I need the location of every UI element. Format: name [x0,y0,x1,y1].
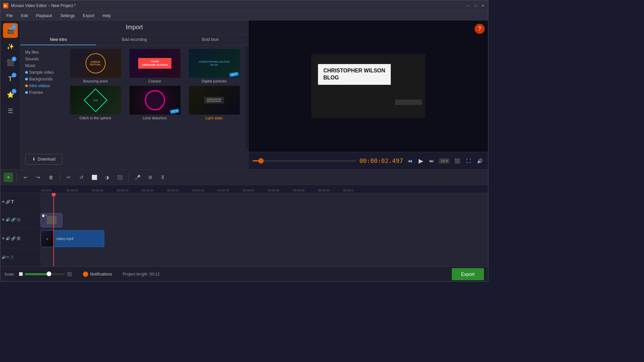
playhead-video [53,229,54,248]
nav-sounds[interactable]: Sounds [23,56,61,62]
help-button[interactable]: ? [475,24,485,34]
label-digital-particles: Digital particles [202,79,227,83]
transitions-badge: ! [12,57,16,61]
tool-list[interactable]: ☰ [3,104,18,118]
volume-icon[interactable]: 🔊 [476,157,484,165]
preview-video: CHRISTOPHER WILSONBLOG [311,54,425,118]
track-link-video[interactable]: 🔗 [11,236,16,241]
status-bar: Scale: ⬜ ⬛ Notifications Project length:… [0,266,488,281]
ruler-mark-35: 00:00:35 [217,189,242,192]
add-track-button[interactable]: + [4,173,13,182]
grid-item-cracker[interactable]: YOURAWESOME SLOGAN Cracker [127,49,183,83]
track-cut-audio[interactable]: ✂ [6,255,9,259]
track-mute-overlay[interactable]: 🔊 [6,218,10,222]
download-button[interactable]: ⬇ Download [25,154,62,165]
import-title: Import [20,20,248,35]
track-link-text[interactable]: 🔗 [6,200,10,204]
nav-music[interactable]: Music [23,62,61,69]
timeline-tracks: 00:00:0 00:00:05 00:00:10 00:00:15 00:00… [0,185,488,266]
fullscreen-icon[interactable]: ⛶ [465,157,472,165]
thumb-lens-distortion: NEW [129,86,180,115]
ruler-mark-10: 00:00:10 [91,189,116,192]
import-scrollbar[interactable] [246,46,248,149]
tab-new-intro[interactable]: New intro [20,35,96,45]
track-link-overlay[interactable]: 🔗 [11,218,16,222]
track-mute-video[interactable]: 🔊 [6,236,10,241]
grid-item-digital-particles[interactable]: CHRISTOPHER WILSONBLOG NEW Digital parti… [186,49,242,83]
track-type-audio: 🎵 [10,255,14,259]
export-button[interactable]: Export [452,268,484,280]
clip-video[interactable]: ▶ video.mp4 [41,230,104,247]
grid-item-light-static[interactable]: CHRISTOPHERWILSON BLOG Light static [186,86,242,120]
notifications-button[interactable]: Notifications [83,272,112,277]
tab-bad-recording[interactable]: Bad recording [96,35,172,45]
track-eye-text[interactable]: 👁 [2,200,5,204]
nav-intro-videos[interactable]: Intro videos [23,82,61,89]
track-eye-audio[interactable]: 🔊 [2,255,6,259]
settings-button[interactable]: ⚙ [145,172,156,183]
track-controls-text: 👁 🔗 T [0,198,41,206]
menu-help[interactable]: Help [99,12,114,19]
list-icon: ☰ [8,107,13,115]
skip-back-button[interactable]: ⏮ [407,157,414,165]
track-eye-overlay[interactable]: 👁 [2,218,5,222]
undo-button[interactable]: ↩ [20,172,31,183]
clip-intro[interactable]: 📋✏ [41,213,62,227]
left-toolbar: 🎬 ! ✨ ⬛ ! T ! ⭐ ! ☰ [0,20,20,169]
tool-text[interactable]: T ! [3,71,18,86]
ruler-mark-50: 00:00:50 [292,189,317,192]
track-controls-audio: 🔊 ✂ 🎵 [0,254,41,261]
menu-edit[interactable]: Edit [17,12,31,19]
scale-label: Scale: [4,272,15,276]
track-eye-video[interactable]: 👁 [2,237,5,240]
notifications-icon [84,273,87,276]
grid-item-bouncing-point[interactable]: CHEESEFESTIVAL Bouncing point [67,49,123,83]
color-button[interactable]: ◑ [102,172,112,183]
menu-settings[interactable]: Settings [57,12,78,19]
scale-fill [25,273,49,275]
ruler-mark-45: 00:00:45 [267,189,292,192]
nav-my-files[interactable]: My files [23,49,61,56]
progress-track[interactable] [253,160,356,162]
grid-item-lens-distortion[interactable]: NEW Lens distortion [127,86,183,120]
menu-export[interactable]: Export [79,12,98,19]
menu-bar: File Edit Playback Settings Export Help [0,11,488,20]
redo-button[interactable]: ↪ [33,172,44,183]
track-type-overlay: ⬛ [16,218,20,222]
nav-frames[interactable]: Frames [23,89,61,96]
tab-bold-blue[interactable]: Bold blue [172,35,248,45]
preview-blog-title: CHRISTOPHER WILSONBLOG [323,67,385,81]
expand-icon[interactable]: ⬛ [453,157,462,165]
grid-item-glitch-sphere[interactable]: CW Glitch in the sphere [67,86,123,120]
menu-playback[interactable]: Playback [33,12,56,19]
audio-button[interactable]: 🎚 [158,172,168,183]
maximize-button[interactable]: □ [473,3,478,8]
minimize-button[interactable]: ─ [466,3,471,8]
aspect-ratio: 16:9 [439,158,450,164]
cut-button[interactable]: ✂ [63,172,74,183]
scale-track[interactable] [25,273,65,275]
close-button[interactable]: ✕ [481,3,485,8]
nav-backgrounds[interactable]: Backgrounds [23,76,61,82]
import-grid: CHEESEFESTIVAL Bouncing point YOURAWESOM… [64,46,246,149]
play-button[interactable]: ▶ [417,156,425,166]
rotate-button[interactable]: ↺ [76,172,87,183]
skip-forward-button[interactable]: ⏭ [428,157,435,165]
transform-button[interactable]: ⬛ [114,172,125,183]
label-glitch-sphere: Glitch in the sphere [79,116,111,120]
tool-effects[interactable]: ✨ [3,39,18,54]
window-title: Movavi Video Editor – New Project * [11,3,466,8]
delete-button[interactable]: 🗑 [46,172,56,183]
tool-media[interactable]: 🎬 ! [3,23,18,38]
text-badge: ! [12,73,16,77]
ruler-mark-55: 00:00:55 [317,189,342,192]
ruler-mark-40: 00:00:40 [242,189,267,192]
tool-transitions[interactable]: ⬛ ! [3,55,18,70]
menu-file[interactable]: File [3,12,16,19]
thumb-bouncing-point: CHEESEFESTIVAL [70,49,121,78]
crop-button[interactable]: ⬜ [89,172,100,183]
nav-sample-video[interactable]: Sample video [23,69,61,76]
track-lane-text [41,193,488,211]
tool-stickers[interactable]: ⭐ ! [3,87,18,102]
voice-button[interactable]: 🎤 [132,172,143,183]
